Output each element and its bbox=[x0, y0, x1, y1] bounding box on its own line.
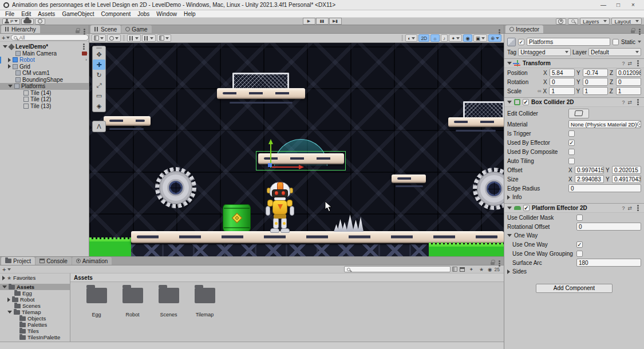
acid-pool-right[interactable] bbox=[429, 244, 504, 256]
surface-arc-field[interactable]: 180 bbox=[576, 259, 641, 267]
used-by-effector-checkbox[interactable] bbox=[568, 140, 575, 146]
lock-icon[interactable] bbox=[631, 30, 635, 33]
foldout-icon[interactable] bbox=[507, 101, 512, 104]
expander-icon[interactable] bbox=[3, 45, 7, 48]
tree-item-palettes[interactable]: Palettes bbox=[0, 322, 70, 328]
scene-visibility-button[interactable]: ◉ bbox=[463, 34, 472, 42]
object-picker-icon[interactable] bbox=[637, 121, 641, 127]
use-one-way-grouping-checkbox[interactable] bbox=[576, 251, 583, 257]
kebab-menu-icon[interactable] bbox=[639, 31, 641, 33]
scene-camera-button[interactable]: ▣ bbox=[473, 34, 487, 42]
saw-blade-left[interactable] bbox=[155, 167, 196, 208]
robot[interactable] bbox=[263, 182, 298, 233]
used-by-composite-checkbox[interactable] bbox=[568, 149, 575, 155]
auto-tiling-checkbox[interactable] bbox=[568, 158, 575, 164]
tree-item-tiles[interactable]: Tiles bbox=[0, 328, 70, 334]
move-gizmo-pivot[interactable] bbox=[268, 163, 272, 167]
rotational-offset-field[interactable]: 0 bbox=[576, 223, 641, 231]
platform-left[interactable] bbox=[104, 116, 151, 126]
size-x-field[interactable]: 2.994083 bbox=[575, 175, 604, 183]
folder-item-robot[interactable]: Robot bbox=[114, 288, 151, 318]
kebab-menu-icon[interactable] bbox=[499, 31, 500, 33]
scale-tool-button[interactable]: ⤢ bbox=[93, 80, 105, 90]
scale-y-field[interactable]: 1 bbox=[583, 87, 608, 95]
hierarchy-search-input[interactable] bbox=[19, 35, 86, 41]
rect-tool-button[interactable]: ▭ bbox=[93, 90, 105, 101]
kebab-menu-icon[interactable] bbox=[637, 62, 639, 64]
size-y-field[interactable]: 0.4917043 bbox=[612, 175, 641, 183]
pause-button[interactable]: ▮▮ bbox=[316, 18, 329, 25]
edge-radius-field[interactable]: 0 bbox=[568, 184, 641, 192]
chevron-down-icon[interactable] bbox=[6, 37, 10, 41]
effects-button[interactable]: ✦ bbox=[449, 34, 462, 42]
ground-platform[interactable] bbox=[131, 231, 504, 243]
spikes[interactable] bbox=[334, 213, 365, 232]
tree-item-egg[interactable]: Egg bbox=[0, 290, 70, 296]
menu-file[interactable]: File bbox=[2, 10, 18, 18]
gizmos-button[interactable]: ⊕ bbox=[488, 34, 501, 42]
snap-settings-button[interactable] bbox=[157, 34, 171, 42]
platform-right[interactable] bbox=[448, 117, 504, 127]
rotation-x-field[interactable]: 0 bbox=[550, 78, 575, 86]
foldout-icon[interactable] bbox=[507, 62, 512, 65]
menu-window[interactable]: Window bbox=[153, 10, 180, 18]
layer-dropdown[interactable]: Default bbox=[588, 48, 641, 56]
transform-tool-button[interactable]: ◈ bbox=[93, 101, 105, 111]
tab-hierarchy[interactable]: Hierarchy bbox=[1, 25, 40, 33]
expander-icon[interactable] bbox=[2, 276, 5, 280]
minimize-button[interactable]: — bbox=[596, 0, 611, 10]
platform-small[interactable] bbox=[392, 174, 426, 183]
box-collider-header[interactable]: Box Collider 2D ?⇄ bbox=[504, 97, 644, 107]
kebab-menu-icon[interactable] bbox=[84, 31, 85, 33]
is-trigger-checkbox[interactable] bbox=[568, 130, 575, 137]
one-way-foldout[interactable]: One Way bbox=[504, 231, 644, 240]
presets-icon[interactable]: ⇄ bbox=[627, 100, 632, 105]
platform-effector-header[interactable]: Platform Effector 2D ?⇄ bbox=[504, 203, 644, 213]
tag-dropdown[interactable]: Untagged bbox=[518, 48, 571, 56]
hierarchy-item-robot[interactable]: Robot › bbox=[0, 57, 89, 64]
tab-scene[interactable]: Scene bbox=[90, 25, 121, 33]
hand-tool-button[interactable]: ✥ bbox=[93, 49, 105, 60]
hierarchy-item-tile-12[interactable]: Tile (12) bbox=[0, 96, 89, 103]
hierarchy-item-scene[interactable]: LevelDemo* bbox=[0, 43, 89, 50]
foldout-icon[interactable] bbox=[507, 234, 512, 237]
rotation-y-field[interactable]: 0 bbox=[583, 78, 608, 86]
scale-z-field[interactable]: 1 bbox=[616, 87, 641, 95]
create-button[interactable]: + bbox=[2, 35, 5, 41]
expander-icon[interactable] bbox=[7, 311, 12, 314]
scene-canvas[interactable]: ✥ ✚ ↻ ⤢ ▭ ◈ Λ bbox=[89, 43, 504, 256]
presets-icon[interactable]: ⇄ bbox=[627, 205, 632, 211]
maximize-button[interactable]: □ bbox=[611, 0, 626, 10]
tab-animation[interactable]: Animation bbox=[72, 257, 112, 265]
tab-console[interactable]: Console bbox=[35, 257, 72, 265]
rotation-z-field[interactable]: 0 bbox=[616, 78, 641, 86]
component-enabled-checkbox[interactable] bbox=[523, 205, 530, 211]
acid-pool-left[interactable] bbox=[89, 239, 131, 256]
foldout-icon[interactable] bbox=[507, 195, 510, 200]
position-x-field[interactable]: 5.84 bbox=[550, 69, 575, 77]
help-icon[interactable]: ? bbox=[622, 205, 625, 211]
tab-project[interactable]: Project bbox=[1, 257, 35, 265]
layers-dropdown[interactable]: Layers bbox=[580, 18, 610, 25]
foldout-icon[interactable] bbox=[507, 269, 510, 274]
filter-by-label-icon[interactable]: ✦ bbox=[469, 267, 473, 272]
folder-item-egg[interactable]: Egg bbox=[78, 288, 114, 318]
add-component-button[interactable]: Add Component bbox=[536, 284, 613, 293]
gameobject-cube-icon[interactable] bbox=[507, 38, 516, 46]
edit-collider-button[interactable] bbox=[568, 109, 589, 118]
lighting-toggle-button[interactable]: ☼ bbox=[430, 34, 440, 42]
transform-header[interactable]: Transform ?⇄ bbox=[504, 58, 644, 68]
services-button[interactable] bbox=[35, 18, 45, 25]
account-button[interactable]: P bbox=[2, 18, 20, 25]
scale-x-field[interactable]: 1 bbox=[549, 87, 574, 95]
use-collider-mask-checkbox[interactable] bbox=[576, 215, 583, 221]
position-y-field[interactable]: -0.74 bbox=[583, 69, 608, 77]
rotate-tool-button[interactable]: ↻ bbox=[93, 70, 105, 80]
goal-net-right[interactable] bbox=[463, 101, 504, 118]
audio-toggle-button[interactable]: ♪ bbox=[441, 34, 448, 42]
layout-dropdown[interactable]: Layout bbox=[611, 18, 642, 25]
menu-assets[interactable]: Assets bbox=[34, 10, 58, 18]
undo-history-button[interactable] bbox=[556, 18, 566, 25]
close-button[interactable]: × bbox=[626, 0, 641, 10]
open-search-icon[interactable] bbox=[452, 267, 457, 272]
